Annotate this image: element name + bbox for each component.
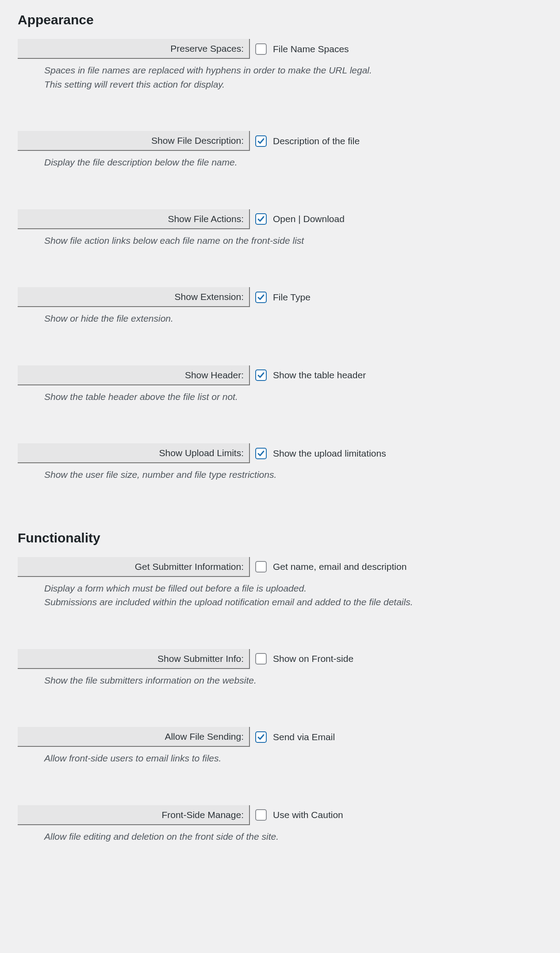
setting-show-upload-limits: Show Upload Limits: Show the upload limi… [18,443,542,482]
setting-control: Send via Email [250,731,335,743]
setting-label: Allow File Sending: [18,727,250,747]
setting-front-side-manage: Front-Side Manage: Use with Caution Allo… [18,805,542,844]
setting-control: Description of the file [250,135,360,147]
setting-label: Show Submitter Info: [18,649,250,669]
setting-label: Front-Side Manage: [18,805,250,825]
setting-control: File Name Spaces [250,43,349,55]
setting-label: Get Submitter Information: [18,557,250,577]
setting-label: Show File Actions: [18,209,250,229]
checkbox-label[interactable]: Show the upload limitations [273,448,386,459]
setting-description: Display a form which must be filled out … [44,581,542,609]
setting-control: Show on Front-side [250,653,353,665]
setting-description: Show or hide the file extension. [44,311,542,326]
setting-control: File Type [250,292,311,303]
checkbox-show-file-actions[interactable] [255,213,267,225]
checkbox-front-side-manage[interactable] [255,809,267,821]
setting-description: Allow file editing and deletion on the f… [44,830,542,844]
setting-description: Show the table header above the file lis… [44,390,542,404]
setting-label: Preserve Spaces: [18,39,250,59]
checkbox-allow-file-sending[interactable] [255,731,267,743]
setting-label: Show File Description: [18,131,250,151]
setting-description: Show file action links below each file n… [44,234,542,248]
checkbox-show-file-description[interactable] [255,135,267,147]
setting-description: Show the file submitters information on … [44,673,542,688]
setting-label: Show Upload Limits: [18,443,250,463]
setting-show-file-description: Show File Description: Description of th… [18,131,542,169]
setting-control: Get name, email and description [250,561,407,573]
checkbox-show-submitter-info[interactable] [255,653,267,665]
setting-control: Use with Caution [250,809,343,821]
setting-description: Display the file description below the f… [44,155,542,169]
setting-allow-file-sending: Allow File Sending: Send via Email Allow… [18,727,542,765]
setting-show-header: Show Header: Show the table header Show … [18,365,542,404]
checkbox-get-submitter-information[interactable] [255,561,267,573]
setting-description: Show the user file size, number and file… [44,468,542,482]
setting-control: Open | Download [250,213,345,225]
checkbox-label[interactable]: Get name, email and description [273,561,407,572]
checkbox-label[interactable]: File Name Spaces [273,44,349,54]
section-heading-functionality: Functionality [18,530,542,546]
section-heading-appearance: Appearance [18,12,542,27]
checkbox-label[interactable]: Description of the file [273,136,360,146]
checkbox-show-upload-limits[interactable] [255,448,267,459]
checkbox-label[interactable]: File Type [273,292,311,303]
checkbox-show-header[interactable] [255,369,267,381]
settings-page: Appearance Preserve Spaces: File Name Sp… [0,12,560,910]
setting-show-file-actions: Show File Actions: Open | Download Show … [18,209,542,248]
checkbox-label[interactable]: Show on Front-side [273,653,353,664]
setting-description: Spaces in file names are replaced with h… [44,63,542,91]
checkbox-label[interactable]: Use with Caution [273,810,343,820]
setting-description: Allow front-side users to email links to… [44,751,542,765]
checkbox-label[interactable]: Show the table header [273,370,366,380]
setting-control: Show the table header [250,369,366,381]
setting-show-extension: Show Extension: File Type Show or hide t… [18,287,542,326]
setting-control: Show the upload limitations [250,448,386,459]
setting-show-submitter-info: Show Submitter Info: Show on Front-side … [18,649,542,688]
setting-preserve-spaces: Preserve Spaces: File Name Spaces Spaces… [18,39,542,91]
setting-get-submitter-information: Get Submitter Information: Get name, ema… [18,557,542,609]
setting-label: Show Extension: [18,287,250,307]
checkbox-label[interactable]: Send via Email [273,732,335,742]
checkbox-label[interactable]: Open | Download [273,214,345,224]
checkbox-preserve-spaces[interactable] [255,43,267,55]
setting-label: Show Header: [18,365,250,385]
checkbox-show-extension[interactable] [255,292,267,303]
